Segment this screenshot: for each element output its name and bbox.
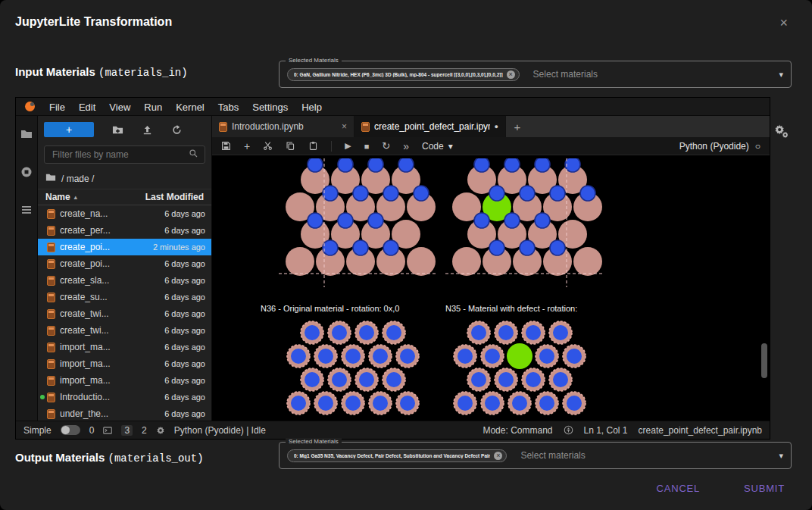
file-row[interactable]: import_ma...6 days ago xyxy=(38,339,211,355)
settings-gears-icon[interactable] xyxy=(774,124,789,141)
notebook-file-icon xyxy=(47,376,55,386)
file-browser-icon[interactable] xyxy=(20,128,33,143)
file-row[interactable]: under_the...6 days ago xyxy=(38,405,211,421)
input-materials-select[interactable]: Selected Materials 0: GaN, Gallium Nitri… xyxy=(279,61,792,88)
structure-original-bottom xyxy=(276,321,427,419)
run-all-icon[interactable]: » xyxy=(403,140,409,152)
restart-kernel-icon[interactable]: ↻ xyxy=(382,140,390,152)
notebook-file-icon xyxy=(219,122,227,132)
notebook-file-icon xyxy=(47,309,55,319)
file-row[interactable]: create_sla...6 days ago xyxy=(38,272,211,289)
output-materials-label: Output Materials (materials_out) xyxy=(15,451,204,465)
notebook-file-icon xyxy=(47,409,55,419)
jupyterlab-panel: FileEditViewRunKernelTabsSettingsHelp + xyxy=(15,97,770,440)
file-row[interactable]: create_poi...2 minutes ago xyxy=(38,239,211,255)
filter-files-box xyxy=(44,145,205,164)
file-modified: 6 days ago xyxy=(164,343,205,352)
sort-asc-icon: ▴ xyxy=(74,194,77,201)
breadcrumb[interactable]: / made / xyxy=(38,167,211,189)
file-list: create_na...6 days agocreate_per...6 day… xyxy=(38,205,211,421)
tab-close-icon[interactable]: × xyxy=(342,121,347,132)
close-icon[interactable]: × xyxy=(779,15,788,31)
file-name: create_na... xyxy=(60,208,108,219)
gear-icon[interactable] xyxy=(156,426,165,435)
menu-item-edit[interactable]: Edit xyxy=(72,102,102,113)
notebook-scrollbar[interactable] xyxy=(761,343,767,378)
new-tab-button[interactable]: + xyxy=(506,116,529,137)
chip-delete-icon[interactable]: × xyxy=(494,452,502,460)
accessibility-icon[interactable] xyxy=(564,425,573,435)
file-row[interactable]: Introductio...6 days ago xyxy=(38,389,211,405)
upload-icon[interactable] xyxy=(142,124,153,136)
select-materials-placeholder: Select materials xyxy=(520,450,585,461)
chip-delete-icon[interactable]: × xyxy=(507,70,515,79)
menu-item-file[interactable]: File xyxy=(42,102,72,113)
notebook-file-icon xyxy=(47,259,55,269)
notebook-file-icon xyxy=(47,226,55,236)
file-row[interactable]: create_twi...6 days ago xyxy=(38,305,211,322)
file-row[interactable]: create_na...6 days ago xyxy=(38,205,211,222)
caret-down-icon[interactable]: ▾ xyxy=(779,70,783,80)
file-row[interactable]: create_twi...6 days ago xyxy=(38,322,211,339)
file-row[interactable]: create_per...6 days ago xyxy=(38,222,211,239)
tab-introduction[interactable]: Introduction.ipynb × xyxy=(212,116,354,137)
file-name: under_the... xyxy=(60,408,108,419)
cursor-position[interactable]: Ln 1, Col 1 xyxy=(584,425,628,436)
tab-create-point-defect-pair[interactable]: create_point_defect_pair.ipynb ● xyxy=(354,116,506,137)
new-launcher-button[interactable]: + xyxy=(44,122,94,137)
output-materials-select[interactable]: Selected Materials 0: Mg1 Ga35 N35, Vaca… xyxy=(279,442,792,469)
file-row[interactable]: create_su...6 days ago xyxy=(38,289,211,305)
kernel-idle-icon: ○ xyxy=(755,141,760,152)
cancel-button[interactable]: CANCEL xyxy=(652,482,705,495)
material-chip[interactable]: 0: GaN, Gallium Nitride, HEX (P6_3mc) 3D… xyxy=(287,68,520,81)
kernel-selector[interactable]: Python (Pyodide) ○ xyxy=(679,141,760,152)
cell-type-dropdown[interactable]: Code ▾ xyxy=(422,141,453,152)
file-modified: 6 days ago xyxy=(164,209,205,218)
stop-icon[interactable]: ■ xyxy=(364,142,370,151)
menu-item-settings[interactable]: Settings xyxy=(245,102,295,113)
menu-item-view[interactable]: View xyxy=(102,102,137,113)
active-filename: create_point_defect_pair.ipynb xyxy=(639,425,762,436)
mode-indicator: Mode: Command xyxy=(483,425,552,436)
terminals-count[interactable]: 3 xyxy=(121,425,133,436)
file-row[interactable]: create_poi...6 days ago xyxy=(38,255,211,272)
caption-defect: N35 - Material with defect - rotation: xyxy=(445,304,577,313)
file-modified: 6 days ago xyxy=(164,276,205,285)
table-of-contents-icon[interactable] xyxy=(20,204,33,219)
structure-original-top xyxy=(279,158,438,287)
material-chip[interactable]: 0: Mg1 Ga35 N35, Vacancy Defect, Pair De… xyxy=(287,449,507,462)
caret-down-icon[interactable]: ▾ xyxy=(779,451,783,461)
insert-cell-icon[interactable]: + xyxy=(244,140,250,152)
file-list-header: Name ▴ Last Modified xyxy=(38,189,211,205)
unsaved-dot-icon[interactable]: ● xyxy=(495,123,498,130)
refresh-icon[interactable] xyxy=(171,124,183,136)
notifications-count[interactable]: 0 xyxy=(89,425,95,436)
filter-files-input[interactable] xyxy=(51,149,184,161)
caret-down-icon: ▾ xyxy=(448,141,453,152)
file-row[interactable]: import_ma...6 days ago xyxy=(38,355,211,372)
menu-item-tabs[interactable]: Tabs xyxy=(211,102,245,113)
kernels-count[interactable]: 2 xyxy=(142,425,147,436)
simple-mode-toggle[interactable] xyxy=(61,425,80,435)
menu-item-run[interactable]: Run xyxy=(137,102,169,113)
terminal-icon xyxy=(103,426,112,435)
paste-icon[interactable] xyxy=(308,141,318,151)
submit-button[interactable]: SUBMIT xyxy=(739,482,789,495)
file-row[interactable]: import_ma...6 days ago xyxy=(38,372,211,389)
copy-icon[interactable] xyxy=(286,141,295,151)
column-name[interactable]: Name ▴ xyxy=(45,192,145,202)
kernel-status-label[interactable]: Python (Pyodide) | Idle xyxy=(174,425,266,436)
kernel-running-dot xyxy=(40,395,45,399)
running-kernels-icon[interactable] xyxy=(20,166,33,181)
menu-item-kernel[interactable]: Kernel xyxy=(169,102,211,113)
cut-icon[interactable] xyxy=(263,141,273,151)
notebook-file-icon xyxy=(47,359,55,369)
new-folder-icon[interactable] xyxy=(112,124,123,136)
column-last-modified[interactable]: Last Modified xyxy=(145,192,204,202)
notebook-output[interactable]: N36 - Original material - rotation: 0x,0… xyxy=(212,155,770,421)
menu-item-help[interactable]: Help xyxy=(295,102,329,113)
save-icon[interactable] xyxy=(221,141,231,151)
run-icon[interactable]: ▶ xyxy=(345,141,351,151)
input-materials-label: Input Materials (materials_in) xyxy=(15,65,188,79)
notebook-file-icon xyxy=(47,209,55,219)
